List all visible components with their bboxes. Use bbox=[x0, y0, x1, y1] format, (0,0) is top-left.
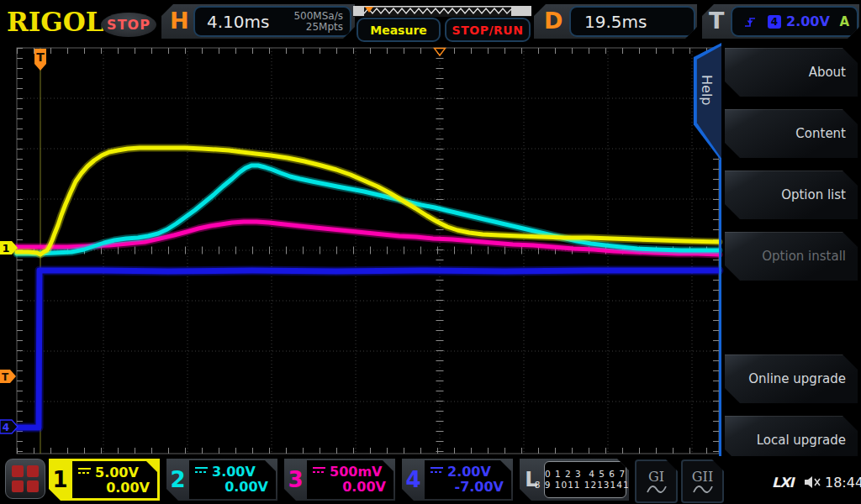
channel-3-number: 3 bbox=[284, 459, 307, 501]
trigger-source-chip: 4 bbox=[768, 15, 781, 29]
main-menu-button[interactable] bbox=[5, 459, 45, 499]
run-state-badge: STOP bbox=[101, 13, 156, 37]
trigger-label: T bbox=[709, 8, 724, 34]
channel-1-scale: 5.00V bbox=[95, 465, 139, 480]
dc-coupling-icon bbox=[430, 467, 443, 476]
trigger-panel[interactable]: 4 2.00V A bbox=[731, 6, 858, 37]
svg-text:4: 4 bbox=[3, 422, 9, 433]
menu-button-option-list[interactable]: Option list bbox=[725, 171, 858, 219]
logic-row-2: 8 9 1011 12131415 bbox=[535, 480, 637, 491]
delay-plate: D 19.5ms bbox=[534, 4, 697, 39]
channel-4-box[interactable]: 4 2.00V -7.00V bbox=[402, 459, 513, 501]
dc-coupling-icon bbox=[313, 467, 325, 476]
menu-button-about[interactable]: About bbox=[725, 48, 858, 97]
sample-rate: 500MSa/s 25Mpts bbox=[293, 11, 350, 33]
menu-grid-icon bbox=[27, 480, 39, 492]
menu-tab-help[interactable]: Help bbox=[691, 43, 721, 161]
channel-3-box[interactable]: 3 500mV 0.00V bbox=[284, 459, 395, 501]
stop-run-button[interactable]: STOP/RUN bbox=[445, 18, 531, 42]
timebase-panel[interactable]: 4.10ms 500MSa/s 25Mpts bbox=[193, 6, 351, 37]
lxi-indicator: LXI bbox=[772, 475, 793, 491]
memory-strip-left-block bbox=[353, 6, 364, 16]
logic-row-1: 0 1 2 3 4 5 6 7 bbox=[545, 469, 626, 480]
generator-1-box[interactable]: GI bbox=[635, 459, 678, 503]
horizontal-label: H bbox=[170, 8, 189, 34]
measure-button[interactable]: Measure bbox=[357, 18, 441, 42]
channel-2-scale: 3.00V bbox=[212, 464, 256, 480]
channel-4-offset: -7.00V bbox=[425, 479, 511, 495]
memory-position-strip[interactable] bbox=[353, 6, 531, 17]
bottom-bar: 1 5.00V 0.00V 2 3.00V 0.00V 3 500mV 0.00… bbox=[0, 456, 861, 504]
sine-wave-icon bbox=[693, 485, 713, 494]
dc-coupling-icon bbox=[78, 468, 91, 477]
oscilloscope-screen: RIGOL STOP H 4.10ms 500MSa/s 25Mpts Meas… bbox=[0, 0, 861, 504]
svg-text:1: 1 bbox=[2, 242, 9, 255]
memory-strip-topline bbox=[364, 6, 511, 8]
logic-channel-list: 0 1 2 3 4 5 6 7 8 9 1011 12131415 bbox=[544, 461, 626, 498]
channel-3-scale: 500mV bbox=[330, 464, 382, 480]
sine-wave-icon bbox=[647, 485, 667, 494]
trigger-level-value: 2.00V bbox=[786, 13, 830, 29]
horizontal-plate: H 4.10ms 500MSa/s 25Mpts bbox=[161, 4, 355, 39]
channel-3-offset: 0.00V bbox=[307, 479, 394, 495]
generator-2-box[interactable]: GII bbox=[681, 459, 724, 503]
trigger-plate: T 4 2.00V A bbox=[702, 4, 859, 39]
menu-grid-icon bbox=[12, 480, 24, 492]
trigger-mode-auto: A bbox=[839, 14, 849, 29]
clock: 18:44 bbox=[825, 475, 861, 491]
menu-button-option-install[interactable]: Option install bbox=[725, 232, 858, 281]
delay-value: 19.5ms bbox=[571, 12, 647, 32]
generator-1-label: GI bbox=[648, 469, 664, 485]
top-bar: RIGOL STOP H 4.10ms 500MSa/s 25Mpts Meas… bbox=[0, 0, 861, 42]
delay-panel[interactable]: 19.5ms bbox=[569, 6, 695, 37]
menu-button-content[interactable]: Content bbox=[725, 109, 858, 158]
sample-rate-value: 500MSa/s bbox=[293, 10, 343, 22]
channel-4-number: 4 bbox=[402, 459, 425, 501]
channel-2-offset: 0.00V bbox=[189, 479, 276, 495]
memory-depth-value: 25Mpts bbox=[306, 21, 343, 33]
trigger-level-marker[interactable]: T bbox=[0, 370, 16, 383]
waveform-display: T 1 T 4 bbox=[0, 42, 725, 459]
svg-text:T: T bbox=[2, 371, 9, 383]
timebase-value: 4.10ms bbox=[195, 12, 269, 32]
svg-text:T: T bbox=[36, 50, 45, 64]
channel-4-scale: 2.00V bbox=[447, 464, 491, 480]
channel-1-box[interactable]: 1 5.00V 0.00V bbox=[49, 459, 160, 501]
delay-label: D bbox=[544, 8, 563, 34]
menu-grid-icon bbox=[27, 465, 39, 477]
rigol-logo: RIGOL bbox=[7, 7, 104, 37]
help-tab-label: Help bbox=[699, 75, 715, 105]
logic-analyzer-box[interactable]: L 0 1 2 3 4 5 6 7 8 9 1011 12131415 bbox=[520, 459, 629, 501]
menu-grid-icon bbox=[12, 465, 24, 477]
memory-strip-right-block bbox=[511, 6, 531, 16]
channel-2-number: 2 bbox=[166, 459, 189, 501]
channel-2-box[interactable]: 2 3.00V 0.00V bbox=[166, 459, 277, 501]
trigger-slope-icon bbox=[742, 14, 758, 29]
dc-coupling-icon bbox=[195, 467, 208, 476]
channel-1-number: 1 bbox=[49, 459, 71, 501]
generator-2-label: GII bbox=[692, 469, 713, 485]
sound-muted-icon[interactable] bbox=[803, 475, 823, 489]
menu-button-online-upgrade[interactable]: Online upgrade bbox=[725, 354, 858, 403]
channel-1-offset: 0.00V bbox=[72, 480, 157, 496]
